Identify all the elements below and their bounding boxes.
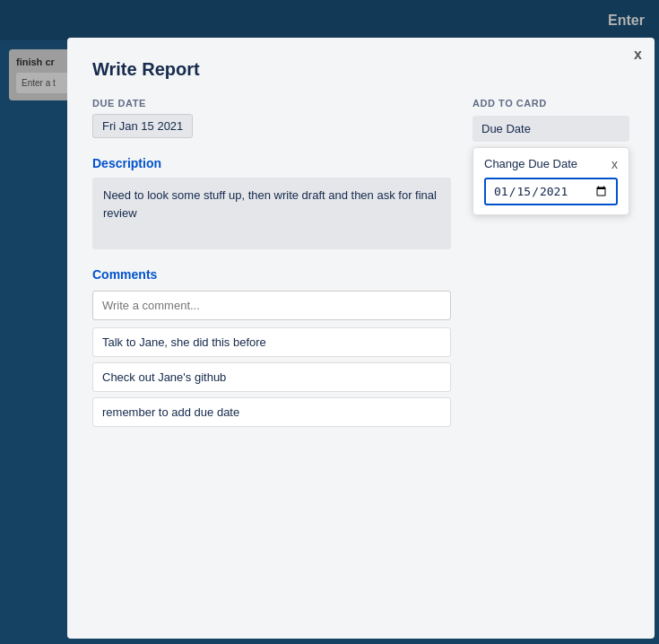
change-due-date-popup: Change Due Date x — [473, 147, 629, 215]
modal-main-content: DUE DATE Fri Jan 15 2021 Description Nee… — [92, 98, 451, 432]
due-date-label: DUE DATE — [92, 98, 451, 109]
add-to-card-label: ADD TO CARD — [473, 98, 629, 109]
comments-section: Comments Talk to Jane, she did this befo… — [92, 267, 451, 427]
due-date-sidebar-button[interactable]: Due Date — [473, 116, 629, 142]
modal-body: DUE DATE Fri Jan 15 2021 Description Nee… — [92, 98, 629, 432]
list-item: Talk to Jane, she did this before — [92, 327, 451, 357]
popup-header: Change Due Date x — [484, 157, 618, 170]
description-title: Description — [92, 156, 451, 170]
modal-title: Write Report — [92, 59, 629, 80]
list-item: Check out Jane's github — [92, 362, 451, 392]
list-item: remember to add due date — [92, 397, 451, 427]
description-section: Description Need to look some stuff up, … — [92, 156, 451, 249]
due-date-badge[interactable]: Fri Jan 15 2021 — [92, 114, 193, 138]
modal-close-button[interactable]: x — [634, 47, 642, 63]
description-text: Need to look some stuff up, then write d… — [92, 178, 451, 249]
comments-title: Comments — [92, 267, 451, 282]
modal-sidebar: ADD TO CARD Due Date Change Due Date x — [473, 98, 629, 432]
date-picker-input[interactable] — [484, 178, 618, 205]
popup-title: Change Due Date — [484, 157, 577, 170]
comment-input[interactable] — [92, 291, 451, 320]
write-report-modal: x Write Report DUE DATE Fri Jan 15 2021 … — [67, 38, 655, 639]
popup-close-button[interactable]: x — [611, 158, 618, 170]
due-date-section: DUE DATE Fri Jan 15 2021 — [92, 98, 451, 138]
